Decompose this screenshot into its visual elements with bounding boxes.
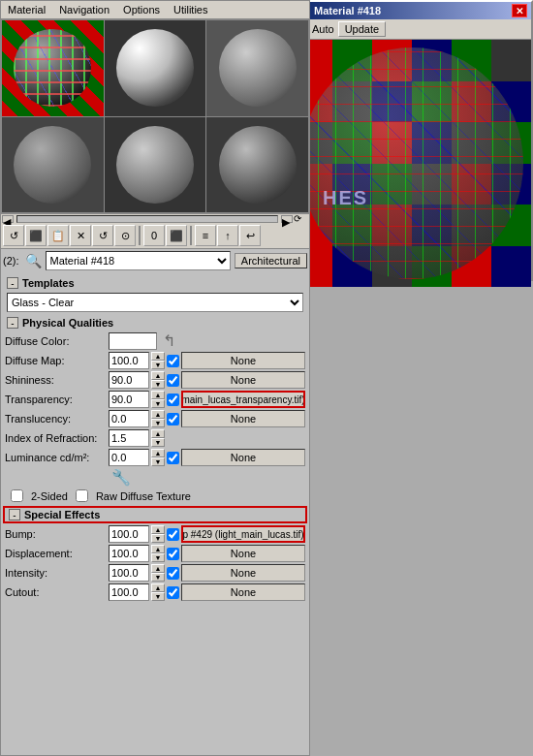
transparency-spin-down[interactable]: ▼ [151,399,165,408]
intensity-label: Intensity: [5,567,107,579]
shininess-checkbox[interactable] [167,374,179,387]
tool-btn-1[interactable]: ↺ [3,225,24,246]
displacement-map-button[interactable]: None [181,545,305,562]
displacement-spin-down[interactable]: ▼ [151,553,165,562]
translucency-value[interactable] [109,410,149,427]
transparency-value[interactable] [109,391,149,408]
eyedropper-icon[interactable]: 🔍 [25,253,42,268]
thumbnail-2[interactable] [105,20,206,116]
shininess-value[interactable] [109,371,149,389]
tool-btn-6[interactable]: ⊙ [114,225,136,246]
tool-btn-3[interactable]: 📋 [47,225,69,246]
diffuse-map-spin-up[interactable]: ▲ [151,352,165,361]
luminance-map-button[interactable]: None [181,449,305,466]
luminance-spinner: ▲ ▼ [151,449,165,466]
menu-navigation[interactable]: Navigation [56,3,112,16]
bump-value[interactable] [109,525,149,543]
undo-diffuse-icon[interactable]: ↰ [163,331,175,350]
cutout-spin-up[interactable]: ▲ [151,583,165,592]
preview-titlebar: S Material #418 ✕ [293,2,531,19]
translucency-spin-down[interactable]: ▼ [151,419,165,427]
diffuse-color-swatch[interactable] [109,332,157,350]
close-button[interactable]: ✕ [512,4,527,17]
special-effects-collapse-btn[interactable]: - [9,509,20,520]
ior-spin-up[interactable]: ▲ [151,429,165,438]
cutout-label: Cutout: [5,586,107,598]
tool-btn-10[interactable]: ↑ [217,225,238,246]
wrench-icon[interactable]: 🔧 [111,468,131,487]
menu-utilities[interactable]: Utilities [171,3,210,16]
displacement-spin-up[interactable]: ▲ [151,545,165,553]
bump-spin-down[interactable]: ▼ [151,534,165,543]
luminance-label: Luminance cd/m²: [5,452,107,463]
diffuse-map-checkbox[interactable] [167,355,179,367]
scroll-left[interactable]: ◀ [2,215,14,223]
diffuse-map-button[interactable]: None [181,352,305,369]
templates-dropdown[interactable]: Glass - Clear [7,293,303,312]
sphere-overlay: HES [300,47,523,279]
tool-btn-delete[interactable]: ✕ [70,225,91,246]
cutout-map-button[interactable]: None [181,583,305,601]
tool-btn-5[interactable]: ↺ [92,225,113,246]
shininess-spin-down[interactable]: ▼ [151,380,165,389]
transparency-checkbox[interactable] [167,394,179,406]
type-row: (2): 🔍 Material #418 Architectural [1,249,309,272]
translucency-map-button[interactable]: None [181,410,305,427]
material-name-dropdown[interactable]: Material #418 [46,251,231,270]
tool-btn-9[interactable]: ≡ [195,225,216,246]
thumb-sphere-6 [219,126,297,204]
bump-map-button[interactable]: p #429 (light_main_lucas.tif) [181,525,305,543]
intensity-map-button[interactable]: None [181,564,305,582]
ior-value[interactable] [109,429,149,447]
scroll-right[interactable]: ▶ [281,215,293,223]
main-panel: Material Navigation Options Utilities ◀ … [0,0,310,756]
physical-collapse-btn[interactable]: - [7,317,18,329]
intensity-value[interactable] [109,564,149,582]
shininess-map-button[interactable]: None [181,371,305,389]
preview-window: S Material #418 ✕ Auto Update H [291,0,533,281]
intensity-spin-down[interactable]: ▼ [151,573,165,582]
luminance-spin-up[interactable]: ▲ [151,449,165,457]
tool-btn-7[interactable]: 0 [143,225,165,246]
physical-qualities-section-header: - Physical Qualities [3,316,307,330]
thumbnail-3[interactable] [206,20,308,116]
intensity-checkbox[interactable] [167,567,179,580]
ior-spin-down[interactable]: ▼ [151,438,165,447]
thumbnail-1[interactable] [2,20,104,116]
cutout-checkbox[interactable] [167,586,179,599]
diffuse-map-spin-down[interactable]: ▼ [151,361,165,369]
luminance-checkbox[interactable] [167,452,179,464]
displacement-value[interactable] [109,545,149,562]
translucency-spin-up[interactable]: ▲ [151,410,165,419]
thumbnail-6[interactable] [206,117,308,213]
options-row: 2-Sided Raw Diffuse Texture [3,488,307,504]
special-effects-section-header: - Special Effects [3,506,307,523]
tool-btn-11[interactable]: ↩ [239,225,261,246]
thumbnail-5[interactable] [105,117,206,213]
translucency-checkbox[interactable] [167,413,179,425]
menu-material[interactable]: Material [5,3,48,16]
transparency-spin-up[interactable]: ▲ [151,391,165,399]
transparency-map-button[interactable]: main_lucas_transparency.tif) [181,391,305,408]
luminance-spin-down[interactable]: ▼ [151,457,165,466]
thumbnail-4[interactable] [2,117,104,213]
bump-spin-up[interactable]: ▲ [151,525,165,534]
luminance-value[interactable] [109,449,149,466]
cutout-spin-down[interactable]: ▼ [151,592,165,601]
menu-options[interactable]: Options [120,3,163,16]
raw-diffuse-checkbox[interactable] [76,489,88,502]
thumbnail-scrollbar[interactable]: ◀ ▶ ⟳ [1,213,309,223]
templates-collapse-btn[interactable]: - [7,277,18,289]
tool-btn-8[interactable]: ⬛ [166,225,187,246]
intensity-spin-up[interactable]: ▲ [151,564,165,573]
shininess-spin-up[interactable]: ▲ [151,371,165,380]
tool-btn-2[interactable]: ⬛ [25,225,47,246]
update-button[interactable]: Update [338,21,386,37]
translucency-label: Translucency: [5,413,107,425]
diffuse-map-value[interactable] [109,352,149,369]
displacement-checkbox[interactable] [167,548,179,560]
cutout-value[interactable] [109,583,149,601]
bump-checkbox[interactable] [167,528,179,541]
scroll-track[interactable] [16,215,278,223]
two-sided-checkbox[interactable] [11,489,23,502]
